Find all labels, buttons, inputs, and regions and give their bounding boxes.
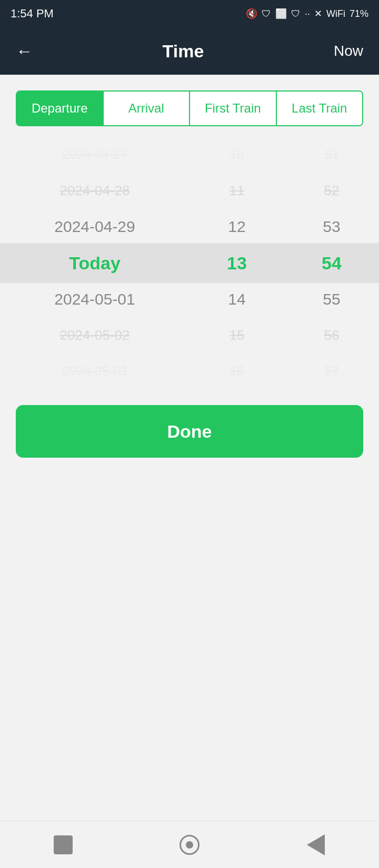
x-icon: ✕ bbox=[314, 8, 322, 19]
back-nav-icon bbox=[307, 834, 325, 855]
square-nav-icon bbox=[54, 835, 73, 854]
picker-hour-item[interactable]: 13 bbox=[190, 245, 284, 281]
volume-off-icon: 🔇 bbox=[246, 8, 257, 19]
picker-minute-item[interactable]: 52 bbox=[284, 173, 379, 209]
picker-minute-column[interactable]: 51525354555657 bbox=[284, 137, 379, 389]
picker-hour-item[interactable]: 10 bbox=[190, 137, 284, 173]
tab-departure[interactable]: Departure bbox=[17, 92, 104, 125]
status-icons: 🔇 🛡 ⬜ 🛡 ·· ✕ WiFi 71% bbox=[246, 8, 368, 19]
picker-minute-item[interactable]: 51 bbox=[284, 137, 379, 173]
tab-first-train[interactable]: First Train bbox=[190, 92, 277, 125]
done-button-wrap: Done bbox=[0, 389, 379, 468]
wifi-icon: WiFi bbox=[326, 8, 345, 19]
picker-date-item[interactable]: 2024-04-28 bbox=[0, 173, 190, 209]
picker-date-item[interactable]: 2024-05-01 bbox=[0, 281, 190, 317]
picker-hour-item[interactable]: 12 bbox=[190, 209, 284, 245]
back-nav-button[interactable] bbox=[303, 832, 329, 858]
picker-date-column[interactable]: 2024-04-272024-04-282024-04-29Today2024-… bbox=[0, 137, 190, 389]
picker-minute-item[interactable]: 54 bbox=[284, 245, 379, 281]
page-title: Time bbox=[163, 41, 204, 62]
picker-hour-item[interactable]: 15 bbox=[190, 317, 284, 354]
square-icon: ⬜ bbox=[275, 8, 287, 19]
picker-minute-item[interactable]: 53 bbox=[284, 209, 379, 245]
picker-minute-item[interactable]: 56 bbox=[284, 317, 379, 354]
picker-hour-item[interactable]: 16 bbox=[190, 353, 284, 389]
tab-arrival[interactable]: Arrival bbox=[104, 92, 191, 125]
picker-date-item[interactable]: 2024-04-29 bbox=[0, 209, 190, 245]
back-button[interactable]: ← bbox=[16, 42, 33, 61]
home-button[interactable] bbox=[50, 832, 76, 858]
recents-button[interactable] bbox=[176, 832, 203, 858]
picker-minute-item[interactable]: 55 bbox=[284, 281, 379, 317]
picker-date-item[interactable]: Today bbox=[0, 245, 190, 281]
picker-date-item[interactable]: 2024-04-27 bbox=[0, 137, 190, 173]
picker-hour-item[interactable]: 14 bbox=[190, 281, 284, 317]
picker-container[interactable]: 2024-04-272024-04-282024-04-29Today2024-… bbox=[0, 137, 379, 389]
bottom-nav-bar bbox=[0, 821, 379, 868]
now-button[interactable]: Now bbox=[334, 43, 363, 59]
dots-icon: ·· bbox=[305, 8, 310, 19]
picker-hour-item[interactable]: 11 bbox=[190, 173, 284, 209]
done-button[interactable]: Done bbox=[16, 405, 363, 458]
picker-date-item[interactable]: 2024-05-03 bbox=[0, 353, 190, 389]
circle-nav-icon bbox=[179, 835, 200, 855]
picker-columns: 2024-04-272024-04-282024-04-29Today2024-… bbox=[0, 137, 379, 389]
tab-row: Departure Arrival First Train Last Train bbox=[16, 90, 363, 126]
picker-minute-item[interactable]: 57 bbox=[284, 353, 379, 389]
status-time: 1:54 PM bbox=[11, 7, 54, 21]
nav-bar: ← Time Now bbox=[0, 27, 379, 75]
battery-level: 71% bbox=[350, 8, 368, 19]
status-bar: 1:54 PM 🔇 🛡 ⬜ 🛡 ·· ✕ WiFi 71% bbox=[0, 0, 379, 27]
shield2-icon: 🛡 bbox=[291, 8, 301, 19]
shield-icon: 🛡 bbox=[262, 8, 271, 19]
picker-date-item[interactable]: 2024-05-02 bbox=[0, 317, 190, 354]
picker-hour-column[interactable]: 10111213141516 bbox=[190, 137, 284, 389]
tab-last-train[interactable]: Last Train bbox=[277, 92, 363, 125]
